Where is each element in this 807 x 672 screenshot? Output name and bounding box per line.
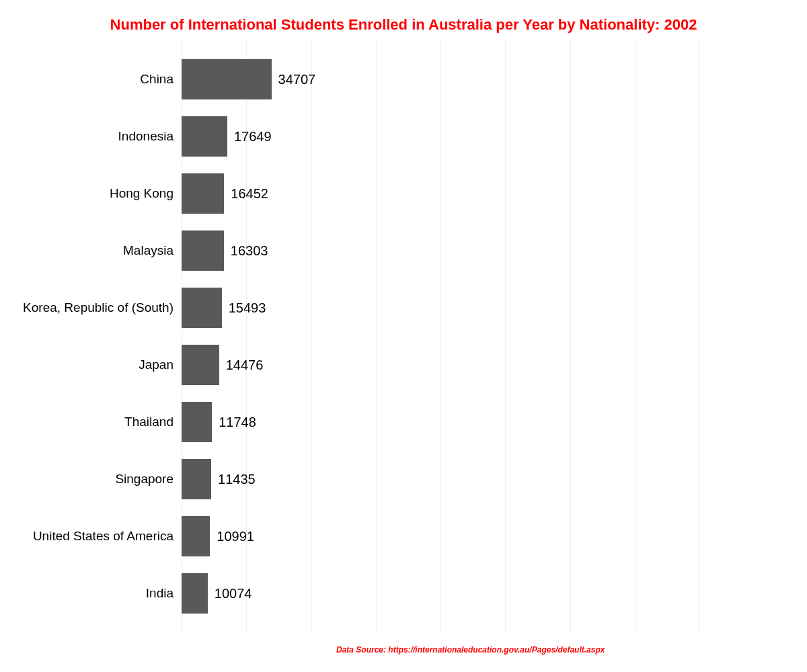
gridline xyxy=(570,40,571,632)
bar-value-label: 16452 xyxy=(231,173,268,214)
y-tick-label: Singapore xyxy=(0,459,174,499)
bar-value-label: 10074 xyxy=(215,573,252,614)
y-tick-label: Hong Kong xyxy=(0,173,174,214)
bar xyxy=(182,402,212,442)
gridline xyxy=(311,40,312,632)
bar-value-label: 11435 xyxy=(218,459,256,499)
gridline xyxy=(376,40,377,632)
y-tick-label: Thailand xyxy=(0,402,174,442)
gridline xyxy=(505,40,506,632)
bar-value-label: 14476 xyxy=(226,345,264,385)
source-note: Data Source: https://internationaleducat… xyxy=(336,645,605,655)
bar xyxy=(182,59,272,99)
bar xyxy=(182,230,224,271)
bar xyxy=(182,116,227,157)
chart-container: Number of International Students Enrolle… xyxy=(0,0,807,672)
bar-value-label: 11748 xyxy=(219,402,256,442)
y-tick-label: Malaysia xyxy=(0,230,174,271)
gridline xyxy=(699,40,700,632)
gridline xyxy=(440,40,441,632)
plot-area: 3470717649164521630315493144761174811435… xyxy=(182,40,699,632)
bar-value-label: 34707 xyxy=(278,59,316,99)
y-tick-label: Japan xyxy=(0,345,174,385)
y-tick-label: China xyxy=(0,59,174,99)
bar xyxy=(182,173,224,214)
y-tick-label: Indonesia xyxy=(0,116,174,157)
bar xyxy=(182,288,222,328)
y-tick-label: Korea, Republic of (South) xyxy=(0,288,174,328)
bar xyxy=(182,345,219,385)
bar xyxy=(182,516,210,556)
bar-value-label: 17649 xyxy=(234,116,272,157)
bar-value-label: 10991 xyxy=(217,516,254,556)
chart-title: Number of International Students Enrolle… xyxy=(0,16,807,34)
bar xyxy=(182,459,211,499)
gridline xyxy=(635,40,636,632)
y-tick-label: India xyxy=(0,573,174,614)
bar-value-label: 15493 xyxy=(229,288,266,328)
y-tick-label: United States of America xyxy=(0,516,174,556)
bar-value-label: 16303 xyxy=(231,230,268,271)
bar xyxy=(182,573,208,614)
